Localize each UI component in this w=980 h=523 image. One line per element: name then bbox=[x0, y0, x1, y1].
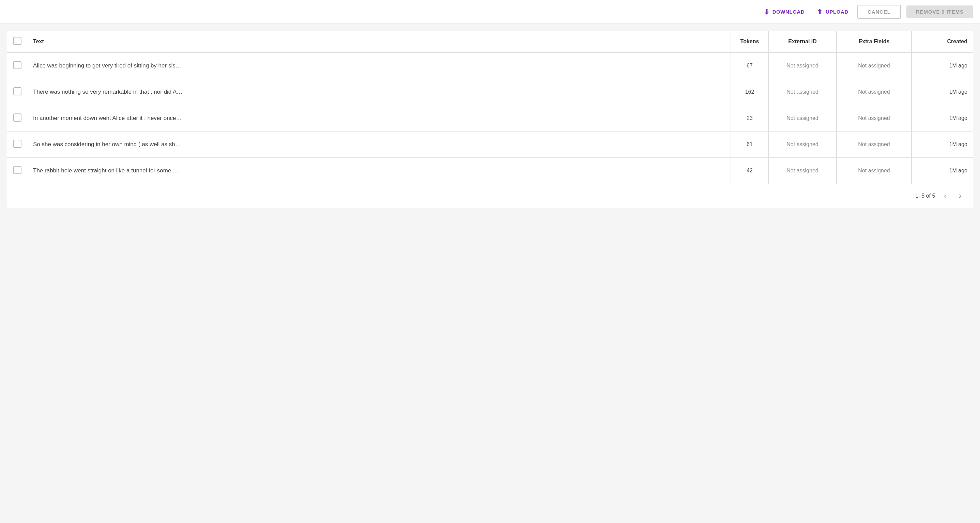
pagination-prev-button[interactable]: ‹ bbox=[940, 190, 950, 202]
header-checkbox-cell bbox=[7, 31, 28, 52]
row-text: There was nothing so very remarkable in … bbox=[28, 79, 731, 105]
download-button[interactable]: ⬇ DOWNLOAD bbox=[760, 6, 808, 18]
row-created: 1M ago bbox=[912, 105, 973, 132]
row-extra-fields: Not assigned bbox=[837, 52, 912, 79]
data-table-container: Text Tokens External ID Extra Fields Cre… bbox=[7, 31, 973, 208]
header-created: Created bbox=[912, 31, 973, 52]
header-text: Text bbox=[28, 31, 731, 52]
row-checkbox-cell bbox=[7, 105, 28, 132]
upload-icon: ⬆ bbox=[817, 8, 823, 16]
upload-label: UPLOAD bbox=[826, 9, 848, 15]
row-extra-fields: Not assigned bbox=[837, 79, 912, 105]
pagination-bar: 1–5 of 5 ‹ › bbox=[7, 184, 973, 208]
row-text: Alice was beginning to get very tired of… bbox=[28, 52, 731, 79]
row-external-id: Not assigned bbox=[768, 158, 837, 184]
download-label: DOWNLOAD bbox=[773, 9, 805, 15]
header-external-id: External ID bbox=[768, 31, 837, 52]
row-tokens: 61 bbox=[731, 132, 768, 158]
pagination-info: 1–5 of 5 bbox=[916, 193, 935, 199]
table-row: Alice was beginning to get very tired of… bbox=[7, 52, 973, 79]
row-created: 1M ago bbox=[912, 158, 973, 184]
action-buttons: ⬇ DOWNLOAD ⬆ UPLOAD CANCEL REMOVE 0 ITEM… bbox=[760, 5, 973, 19]
row-tokens: 162 bbox=[731, 79, 768, 105]
row-checkbox-cell bbox=[7, 79, 28, 105]
row-text: In another moment down went Alice after … bbox=[28, 105, 731, 132]
row-checkbox-0[interactable] bbox=[13, 61, 21, 69]
top-bar: ⬇ DOWNLOAD ⬆ UPLOAD CANCEL REMOVE 0 ITEM… bbox=[0, 0, 980, 24]
row-external-id: Not assigned bbox=[768, 52, 837, 79]
header-tokens: Tokens bbox=[731, 31, 768, 52]
remove-button[interactable]: REMOVE 0 ITEMS bbox=[907, 5, 973, 18]
row-checkbox-cell bbox=[7, 158, 28, 184]
row-checkbox-2[interactable] bbox=[13, 113, 21, 122]
row-checkbox-1[interactable] bbox=[13, 87, 21, 95]
row-text: So she was considering in her own mind (… bbox=[28, 132, 731, 158]
row-tokens: 67 bbox=[731, 52, 768, 79]
row-created: 1M ago bbox=[912, 132, 973, 158]
row-extra-fields: Not assigned bbox=[837, 105, 912, 132]
row-checkbox-cell bbox=[7, 52, 28, 79]
table-row: The rabbit-hole went straight on like a … bbox=[7, 158, 973, 184]
row-checkbox-cell bbox=[7, 132, 28, 158]
table-row: There was nothing so very remarkable in … bbox=[7, 79, 973, 105]
table-row: So she was considering in her own mind (… bbox=[7, 132, 973, 158]
select-all-checkbox[interactable] bbox=[13, 37, 21, 45]
row-checkbox-4[interactable] bbox=[13, 166, 21, 174]
row-created: 1M ago bbox=[912, 52, 973, 79]
row-created: 1M ago bbox=[912, 79, 973, 105]
table-header-row: Text Tokens External ID Extra Fields Cre… bbox=[7, 31, 973, 52]
cancel-button[interactable]: CANCEL bbox=[858, 5, 901, 19]
pagination-next-button[interactable]: › bbox=[956, 190, 965, 202]
row-tokens: 23 bbox=[731, 105, 768, 132]
upload-button[interactable]: ⬆ UPLOAD bbox=[813, 6, 852, 18]
row-external-id: Not assigned bbox=[768, 132, 837, 158]
row-external-id: Not assigned bbox=[768, 105, 837, 132]
data-table: Text Tokens External ID Extra Fields Cre… bbox=[7, 31, 973, 184]
row-extra-fields: Not assigned bbox=[837, 158, 912, 184]
row-external-id: Not assigned bbox=[768, 79, 837, 105]
row-extra-fields: Not assigned bbox=[837, 132, 912, 158]
row-checkbox-3[interactable] bbox=[13, 140, 21, 148]
row-tokens: 42 bbox=[731, 158, 768, 184]
table-row: In another moment down went Alice after … bbox=[7, 105, 973, 132]
download-icon: ⬇ bbox=[764, 8, 770, 16]
header-extra-fields: Extra Fields bbox=[837, 31, 912, 52]
row-text: The rabbit-hole went straight on like a … bbox=[28, 158, 731, 184]
